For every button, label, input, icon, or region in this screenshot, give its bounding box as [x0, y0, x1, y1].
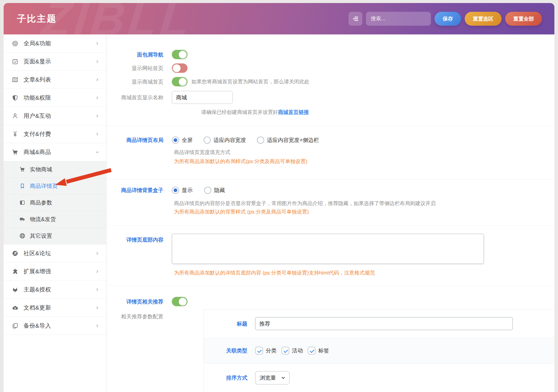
- section-detail-layout: 商品详情页布局 全屏 适应内容宽度 适应内容宽度+侧边栏: [106, 126, 554, 179]
- layout-label: 商品详情页布局: [106, 137, 172, 144]
- sidebar-item-features-permissions[interactable]: 功能&权限: [4, 89, 106, 107]
- sidebar-item-community-forum[interactable]: 社区&论坛: [4, 244, 106, 262]
- relation-option-label: 活动: [292, 347, 303, 354]
- sidebar-item-product-detail-page[interactable]: 商品详情页: [4, 178, 106, 194]
- collapse-menu-button[interactable]: [348, 12, 362, 26]
- cloud-upload-icon: [12, 304, 18, 311]
- sidebar-item-mall-products[interactable]: 商城&商品: [4, 143, 106, 161]
- sidebar-item-payment[interactable]: 支付&付费: [4, 125, 106, 143]
- relation-option-label: 分类: [266, 347, 277, 354]
- site-home-label: 显示网站首页: [106, 65, 172, 72]
- sidebar-item-articles-lists[interactable]: 文章&列表: [4, 71, 106, 89]
- copy-icon: [12, 323, 18, 329]
- toggle-knob: [179, 78, 187, 86]
- app-body: 全局&功能 页面&显示 文章&列表: [4, 34, 554, 392]
- mall-home-hint2: 请确保已经创建商城首页并设置好商城首页链接: [201, 109, 309, 116]
- sidebar-item-label: 文章&列表: [24, 76, 51, 84]
- sidebar-item-docs-updates[interactable]: 文档&更新: [4, 299, 106, 317]
- sidebar-item-product-params[interactable]: 商品参数: [4, 194, 106, 211]
- chevron-down-icon: [281, 375, 286, 380]
- sidebar-item-theme-license[interactable]: 主题&授权: [4, 281, 106, 299]
- sidebar-item-physical-mall[interactable]: 实物商城: [4, 161, 106, 178]
- related-title-input[interactable]: [255, 317, 513, 330]
- sidebar-item-label: 支付&付费: [24, 130, 51, 138]
- community-icon: [12, 250, 18, 257]
- relation-checkbox-tag[interactable]: [308, 347, 316, 355]
- bottom-content-textarea[interactable]: [172, 234, 484, 264]
- relation-checkbox-activity[interactable]: [281, 347, 289, 355]
- related-config-panel: 标题 关联类型 分类: [204, 309, 554, 392]
- mall-home-link[interactable]: 商城首页链接: [278, 109, 309, 115]
- bottom-content-hint-orange: 为所有商品添加默认的详情页底部内容 (ps:分类可单独设置)支持html代码，注…: [174, 269, 375, 276]
- relation-type-label: 关联类型: [204, 347, 255, 354]
- sidebar-item-label: 备份&导入: [24, 322, 51, 330]
- chevron-right-icon: [95, 251, 99, 255]
- bg-box-option-label: 显示: [182, 187, 193, 194]
- sidebar-item-other-settings[interactable]: 其它设置: [4, 228, 106, 244]
- relation-checkbox-category[interactable]: [255, 347, 263, 355]
- cart-icon: [12, 149, 18, 156]
- layout-radio-fit-width-sidebar[interactable]: [257, 137, 264, 144]
- user-icon: [12, 113, 18, 119]
- breadcrumb-toggle[interactable]: [172, 50, 188, 59]
- app-header: ZIBLL 子比主题 保存 重置选区 重置全部: [4, 3, 554, 34]
- reset-all-button[interactable]: 重置全部: [505, 12, 542, 26]
- calendar-icon: [12, 58, 18, 65]
- sidebar-item-users-interaction[interactable]: 用户&互动: [4, 107, 106, 125]
- header-toolbar: 保存 重置选区 重置全部: [348, 12, 542, 26]
- mall-home-name-label: 商城首页显示名称: [106, 94, 172, 101]
- chevron-right-icon: [95, 96, 99, 100]
- section-bottom-content: 详情页底部内容 为所有商品添加默认的详情页底部内容 (ps:分类可单独设置)支持…: [106, 226, 554, 286]
- layout-radio-fit-width[interactable]: [204, 137, 211, 144]
- section-bg-box: 商品详情背景盒子 显示 隐藏 商品详情页的内容部分是否显示背景盒子，常用图片作为…: [106, 179, 554, 226]
- chevron-right-icon: [95, 324, 99, 328]
- layout-option-label: 适应内容宽度+侧边栏: [267, 137, 319, 144]
- bg-box-radio-hide[interactable]: [204, 187, 211, 194]
- sidebar-item-pages-display[interactable]: 页面&显示: [4, 53, 106, 71]
- mall-home-name-input[interactable]: [172, 91, 233, 104]
- target-icon: [12, 40, 18, 47]
- sidebar-item-global-features[interactable]: 全局&功能: [4, 34, 106, 53]
- toggle-knob: [179, 51, 187, 59]
- site-home-toggle[interactable]: [172, 63, 188, 73]
- sidebar-item-backup-import[interactable]: 备份&导入: [4, 317, 106, 335]
- search-input[interactable]: [366, 12, 431, 26]
- sort-label: 排序方式: [204, 374, 255, 381]
- puzzle-icon: [12, 268, 18, 275]
- sidebar-item-label: 社区&论坛: [24, 249, 51, 257]
- mall-home-label: 显示商城首页: [106, 78, 172, 85]
- chevron-right-icon: [95, 288, 99, 292]
- sidebar-item-label: 功能&权限: [24, 94, 51, 102]
- sidebar-item-label: 商城&商品: [24, 148, 51, 156]
- sidebar-item-extensions[interactable]: 扩展&增强: [4, 262, 106, 281]
- sidebar-item-logistics-shipping[interactable]: 物流&发货: [4, 211, 106, 228]
- chevron-right-icon: [95, 78, 99, 82]
- sidebar-item-label: 全局&功能: [24, 40, 51, 47]
- sidebar: 全局&功能 页面&显示 文章&列表: [4, 34, 106, 392]
- layout-radio-fullscreen[interactable]: [172, 137, 179, 144]
- sidebar-item-label: 商品参数: [30, 199, 52, 206]
- sort-select[interactable]: 浏览量: [255, 371, 290, 384]
- layout-hint-orange: 为所有商品添加默认的布局样式(ps:分类及商品可单独设置): [174, 158, 307, 165]
- lifering-icon: [19, 233, 25, 239]
- layout-option-label: 适应内容宽度: [213, 137, 246, 144]
- sort-select-value: 浏览量: [260, 374, 276, 381]
- save-button[interactable]: 保存: [435, 12, 461, 26]
- sidebar-item-label: 主题&授权: [24, 286, 51, 294]
- reset-section-button[interactable]: 重置选区: [465, 12, 502, 26]
- chevron-right-icon: [95, 306, 99, 310]
- bg-box-radio-show[interactable]: [172, 187, 179, 194]
- app-window: ZIBLL 子比主题 保存 重置选区 重置全部: [4, 3, 554, 392]
- outdent-icon: [352, 15, 359, 22]
- page-title: 子比主题: [17, 13, 57, 25]
- sidebar-submenu-mall: 实物商城 商品详情页 商品参数: [4, 161, 106, 244]
- section-related: 详情页相关推荐 相关推荐参数配置 标题: [106, 286, 554, 392]
- bg-box-hint: 商品详情页的内容部分是否显示背景盒子，常用图片作为商品介绍，推荐隐藏，如果选择了…: [174, 200, 436, 207]
- chevron-right-icon: [95, 59, 99, 64]
- yen-icon: [12, 131, 18, 137]
- bottom-content-label: 详情页底部内容: [106, 234, 172, 243]
- related-toggle[interactable]: [172, 297, 188, 306]
- mall-home-toggle[interactable]: [172, 77, 188, 86]
- sidebar-item-label: 商品详情页: [30, 182, 58, 190]
- sidebar-item-label: 用户&互动: [24, 112, 51, 120]
